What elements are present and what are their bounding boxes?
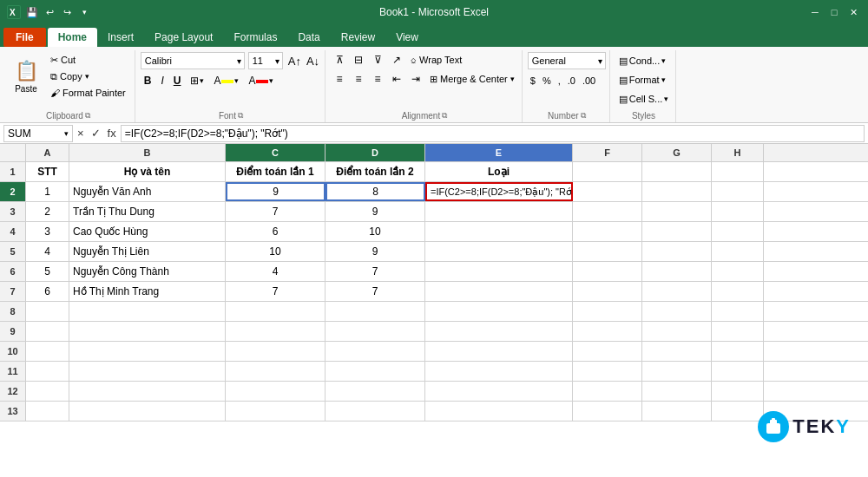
decimal-decrease-btn[interactable]: .0 — [565, 73, 578, 88]
cell-g13[interactable] — [642, 402, 712, 421]
cell-e13[interactable] — [425, 402, 573, 421]
cell-d7[interactable]: 7 — [326, 282, 425, 301]
fill-color-button[interactable]: A ▾ — [210, 74, 242, 88]
cell-d13[interactable] — [326, 402, 425, 421]
col-header-g[interactable]: G — [642, 144, 712, 161]
cell-e6[interactable] — [425, 262, 573, 281]
formula-cancel-btn[interactable]: × — [75, 127, 87, 140]
row-header-12[interactable]: 12 — [0, 382, 26, 401]
italic-button[interactable]: I — [157, 73, 167, 88]
border-button[interactable]: ⊞ ▾ — [187, 74, 207, 88]
undo-btn[interactable]: ↩ — [42, 4, 57, 20]
cell-b1[interactable]: Họ và tên — [69, 162, 226, 181]
increase-indent-btn[interactable]: ⇥ — [407, 71, 424, 87]
cell-h3[interactable] — [712, 202, 764, 221]
cell-c11[interactable] — [226, 362, 326, 381]
cell-h1[interactable] — [712, 162, 764, 181]
row-header-8[interactable]: 8 — [0, 302, 26, 321]
redo-btn[interactable]: ↪ — [59, 4, 75, 20]
col-header-f[interactable]: F — [573, 144, 642, 161]
font-name-dropdown[interactable]: Calibri — [141, 52, 245, 69]
cell-c3[interactable]: 7 — [226, 202, 326, 221]
cell-g8[interactable] — [642, 302, 712, 321]
cell-b12[interactable] — [69, 382, 226, 401]
cell-f5[interactable] — [573, 242, 642, 261]
cell-e10[interactable] — [425, 342, 573, 361]
wrap-text-button[interactable]: ⎐ Wrap Text — [407, 52, 465, 68]
namebox-dropdown[interactable]: ▾ — [64, 129, 69, 138]
cell-g5[interactable] — [642, 242, 712, 261]
row-header-6[interactable]: 6 — [0, 262, 26, 281]
cell-e11[interactable] — [425, 362, 573, 381]
row-header-1[interactable]: 1 — [0, 162, 26, 181]
cell-g6[interactable] — [642, 262, 712, 281]
col-header-b[interactable]: B — [69, 144, 226, 161]
alignment-expand-icon[interactable]: ⧉ — [442, 111, 447, 121]
cell-c7[interactable]: 7 — [226, 282, 326, 301]
tab-view[interactable]: View — [385, 28, 429, 47]
bold-button[interactable]: B — [141, 73, 155, 88]
cell-c8[interactable] — [226, 302, 326, 321]
cell-e8[interactable] — [425, 302, 573, 321]
cell-d9[interactable] — [326, 322, 425, 341]
cell-d5[interactable]: 9 — [326, 242, 425, 261]
cell-f13[interactable] — [573, 402, 642, 421]
cell-g3[interactable] — [642, 202, 712, 221]
cell-e4[interactable] — [425, 222, 573, 241]
cell-f11[interactable] — [573, 362, 642, 381]
number-format-dropdown[interactable]: General — [528, 52, 606, 69]
cell-d10[interactable] — [326, 342, 425, 361]
font-expand-icon[interactable]: ⧉ — [238, 111, 243, 121]
font-increase-btn[interactable]: A↑ — [286, 55, 303, 68]
cell-h4[interactable] — [712, 222, 764, 241]
close-btn[interactable]: ✕ — [845, 4, 861, 20]
cell-h12[interactable] — [712, 382, 764, 401]
cell-f12[interactable] — [573, 382, 642, 401]
tab-insert[interactable]: Insert — [97, 28, 144, 47]
cell-f7[interactable] — [573, 282, 642, 301]
cell-e2[interactable]: =IF(C2>=8;IF(D2>=8;"Đậu"); "Rớt") — [425, 182, 573, 201]
cell-b6[interactable]: Nguyễn Công Thành — [69, 262, 226, 281]
font-decrease-btn[interactable]: A↓ — [305, 55, 321, 68]
cell-h8[interactable] — [712, 302, 764, 321]
cell-a7[interactable]: 6 — [26, 282, 69, 301]
cell-a12[interactable] — [26, 382, 69, 401]
cell-g11[interactable] — [642, 362, 712, 381]
cell-a10[interactable] — [26, 342, 69, 361]
row-header-2[interactable]: 2 — [0, 182, 26, 201]
cut-button[interactable]: ✂ Cut — [47, 52, 129, 68]
tab-review[interactable]: Review — [331, 28, 385, 47]
cell-f8[interactable] — [573, 302, 642, 321]
number-expand-icon[interactable]: ⧉ — [581, 111, 586, 121]
decimal-increase-btn[interactable]: .00 — [580, 73, 598, 88]
text-angle-btn[interactable]: ↗ — [388, 52, 405, 68]
align-bottom-btn[interactable]: ⊽ — [369, 52, 386, 68]
merge-center-button[interactable]: ⊞ Merge & Center ▾ — [426, 71, 518, 87]
cell-f3[interactable] — [573, 202, 642, 221]
maximize-btn[interactable]: □ — [826, 4, 842, 20]
cell-a3[interactable]: 2 — [26, 202, 69, 221]
cell-c10[interactable] — [226, 342, 326, 361]
cell-a6[interactable]: 5 — [26, 262, 69, 281]
cell-d4[interactable]: 10 — [326, 222, 425, 241]
tab-formulas[interactable]: Formulas — [223, 28, 287, 47]
cell-g4[interactable] — [642, 222, 712, 241]
cell-d1[interactable]: Điểm toán lần 2 — [326, 162, 425, 181]
col-header-e[interactable]: E — [425, 144, 573, 161]
align-center-btn[interactable]: ≡ — [350, 71, 367, 87]
cell-c5[interactable]: 10 — [226, 242, 326, 261]
customize-btn[interactable]: ▾ — [76, 4, 92, 20]
name-box[interactable]: SUM ▾ — [3, 125, 73, 142]
col-header-a[interactable]: A — [26, 144, 69, 161]
align-left-btn[interactable]: ≡ — [331, 71, 348, 87]
cell-g2[interactable] — [642, 182, 712, 201]
cell-h11[interactable] — [712, 362, 764, 381]
minimize-btn[interactable]: ─ — [807, 4, 823, 20]
save-quick-btn[interactable]: 💾 — [24, 4, 40, 20]
col-header-d[interactable]: D — [326, 144, 425, 161]
copy-button[interactable]: ⧉ Copy ▾ — [47, 69, 129, 84]
cell-g12[interactable] — [642, 382, 712, 401]
cell-a9[interactable] — [26, 322, 69, 341]
cell-b3[interactable]: Trần Tị Thu Dung — [69, 202, 226, 221]
cell-f10[interactable] — [573, 342, 642, 361]
